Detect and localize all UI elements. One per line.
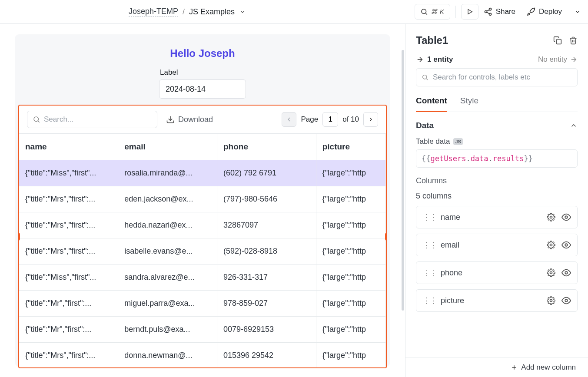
eye-icon[interactable] xyxy=(561,296,571,305)
columns-count: 5 columns xyxy=(416,192,578,201)
resize-handle-right[interactable] xyxy=(385,233,387,241)
svg-point-18 xyxy=(550,244,552,246)
eye-icon[interactable] xyxy=(561,268,571,278)
table-header-row: nameemailphonepicture xyxy=(19,134,386,160)
grip-icon[interactable]: ⋮⋮ xyxy=(422,268,436,278)
grip-icon[interactable]: ⋮⋮ xyxy=(422,240,436,250)
js-badge[interactable]: JS xyxy=(453,138,462,145)
table-data-label: Table data JS xyxy=(416,137,578,146)
plus-icon xyxy=(511,364,518,371)
label-title: Label xyxy=(160,68,246,77)
chevron-down-icon[interactable] xyxy=(239,8,246,15)
gear-icon[interactable] xyxy=(547,296,555,305)
chevron-left-icon xyxy=(286,116,292,123)
table-pager: Page of 10 xyxy=(282,112,378,127)
gear-icon[interactable] xyxy=(547,241,555,249)
cell-picture: {"large":"http xyxy=(316,342,385,368)
svg-point-0 xyxy=(422,9,426,14)
breadcrumb-page[interactable]: JS Examples xyxy=(189,7,235,17)
panel-header: Table1 xyxy=(416,34,578,46)
share-label: Share xyxy=(496,7,515,16)
breadcrumb: Joseph-TEMP / JS Examples xyxy=(129,7,246,17)
cell-name: {"title":"Mrs","first":... xyxy=(19,342,118,368)
rocket-icon xyxy=(527,7,535,16)
table-row[interactable]: {"title":"Mrs","first":...donna.newman@.… xyxy=(19,342,386,368)
column-header-name[interactable]: name xyxy=(19,134,118,160)
grip-icon[interactable]: ⋮⋮ xyxy=(422,212,436,222)
properties-panel: Table1 1 entity No entity Search fo xyxy=(405,24,588,377)
eye-icon[interactable] xyxy=(561,240,571,250)
entity-count[interactable]: 1 entity xyxy=(416,55,453,64)
table-search-input[interactable]: Search... xyxy=(27,111,157,128)
svg-marker-2 xyxy=(468,10,472,14)
main-area: Hello Joseph Label Table1 Search... xyxy=(0,24,588,377)
table-widget[interactable]: Table1 Search... Download xyxy=(18,105,387,368)
no-entity[interactable]: No entity xyxy=(538,55,578,64)
svg-rect-11 xyxy=(557,40,561,44)
svg-line-1 xyxy=(425,13,427,14)
column-header-picture[interactable]: picture xyxy=(316,134,385,160)
label-input[interactable] xyxy=(159,79,246,99)
add-column-button[interactable]: Add new column xyxy=(405,357,588,377)
cell-email: miguel.parra@exa... xyxy=(118,290,217,316)
scroll-indicator[interactable] xyxy=(402,50,404,311)
page-prev-button[interactable] xyxy=(282,112,296,127)
search-shortcut-label: ⌘ K xyxy=(431,8,445,16)
download-label: Download xyxy=(178,115,213,124)
svg-line-15 xyxy=(426,79,428,80)
svg-point-17 xyxy=(565,216,568,218)
share-action[interactable]: Share xyxy=(484,7,515,16)
column-item-name[interactable]: ⋮⋮name xyxy=(416,206,578,228)
cell-name: {"title":"Mrs","first":... xyxy=(19,212,118,238)
canvas-area: Hello Joseph Label Table1 Search... xyxy=(0,24,405,377)
cell-email: eden.jackson@ex... xyxy=(118,186,217,212)
column-item-label: picture xyxy=(441,296,464,305)
column-header-email[interactable]: email xyxy=(118,134,217,160)
table-row[interactable]: {"title":"Mr","first":...berndt.puls@exa… xyxy=(19,316,386,342)
tab-style[interactable]: Style xyxy=(460,96,478,112)
table-row[interactable]: {"title":"Miss","first"...sandra.alvarez… xyxy=(19,264,386,290)
gear-icon[interactable] xyxy=(547,213,555,222)
deploy-action[interactable]: Deploy xyxy=(527,7,581,16)
panel-title[interactable]: Table1 xyxy=(416,34,448,46)
cell-email: donna.newman@... xyxy=(118,342,217,368)
page-next-button[interactable] xyxy=(363,112,378,127)
column-item-phone[interactable]: ⋮⋮phone xyxy=(416,261,578,284)
gear-icon[interactable] xyxy=(547,268,555,277)
copy-icon[interactable] xyxy=(553,36,562,45)
page-number-input[interactable] xyxy=(322,112,338,127)
column-header-phone[interactable]: phone xyxy=(217,134,316,160)
table-row[interactable]: {"title":"Miss","first"...rosalia.mirand… xyxy=(19,160,386,186)
download-button[interactable]: Download xyxy=(166,115,213,124)
column-item-picture[interactable]: ⋮⋮picture xyxy=(416,289,578,312)
trash-icon[interactable] xyxy=(569,36,578,45)
table-row[interactable]: {"title":"Mrs","first":...hedda.nazari@e… xyxy=(19,212,386,238)
panel-tabs: Content Style xyxy=(416,96,578,112)
download-icon xyxy=(166,115,175,124)
table-row[interactable]: {"title":"Mrs","first":...isabelle.evans… xyxy=(19,238,386,264)
table-data-code[interactable]: {{getUsers.data.results}} xyxy=(416,149,578,168)
cell-name: {"title":"Mrs","first":... xyxy=(19,238,118,264)
search-command-button[interactable]: ⌘ K xyxy=(415,4,450,20)
cell-picture: {"large":"http xyxy=(316,264,385,290)
resize-handle-left[interactable] xyxy=(18,233,20,241)
cell-name: {"title":"Mr","first":... xyxy=(19,290,118,316)
tab-content[interactable]: Content xyxy=(416,96,447,112)
page-total: of 10 xyxy=(342,115,359,124)
column-item-email[interactable]: ⋮⋮email xyxy=(416,234,578,256)
cell-phone: (592)-028-8918 xyxy=(217,238,316,264)
cell-phone: 015396 29542 xyxy=(217,342,316,368)
data-table: nameemailphonepicture {"title":"Miss","f… xyxy=(19,134,386,368)
panel-search-input[interactable]: Search for controls, labels etc xyxy=(416,68,578,86)
table-row[interactable]: {"title":"Mrs","first":...eden.jackson@e… xyxy=(19,186,386,212)
grip-icon[interactable]: ⋮⋮ xyxy=(422,296,436,305)
vertical-divider xyxy=(455,6,456,18)
table-row[interactable]: {"title":"Mr","first":...miguel.parra@ex… xyxy=(19,290,386,316)
svg-line-7 xyxy=(487,10,489,11)
eye-icon[interactable] xyxy=(561,212,571,222)
canvas-card: Hello Joseph Label Table1 Search... xyxy=(15,34,390,367)
chevron-down-icon[interactable] xyxy=(574,8,581,15)
breadcrumb-project[interactable]: Joseph-TEMP xyxy=(129,7,178,17)
data-section-header[interactable]: Data xyxy=(416,121,578,130)
play-button[interactable] xyxy=(461,4,478,20)
